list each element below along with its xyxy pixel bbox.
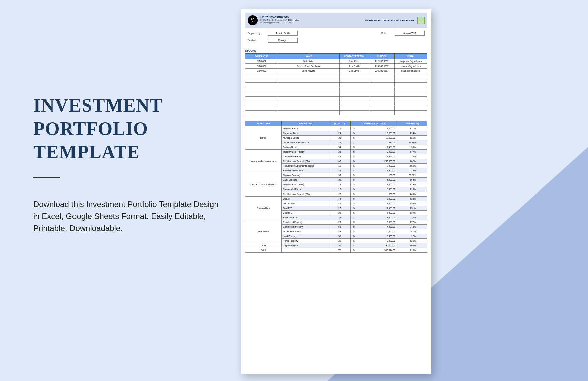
stocks-cell-empty [394, 111, 427, 115]
stocks-cell: secures@gmail.com [394, 64, 427, 69]
stocks-cell-empty [340, 73, 369, 78]
asset-value-cell: $8,000.00 [351, 239, 398, 243]
asset-type-cell: Cash and Cash Equivalents [245, 173, 282, 197]
stocks-cell-empty [245, 87, 278, 92]
asset-desc-cell: Land Property [282, 234, 329, 239]
asset-weight-cell: 4.40% [398, 192, 427, 197]
stocks-cell-empty [369, 83, 394, 87]
asset-desc-cell: Government Agency Bonds [282, 140, 329, 145]
asset-qty-cell: 23 [329, 150, 350, 154]
stocks-cell-empty [245, 106, 278, 111]
asset-value-cell: $500.00 [351, 192, 398, 197]
asset-qty-cell: 30 [329, 136, 350, 140]
asset-value-cell: $12,222.00 [351, 136, 398, 140]
date-value: 6-May-2023 [395, 31, 425, 36]
asset-desc-cell: Bank Deposits [282, 178, 329, 182]
stocks-cell: Zoe Davis [340, 69, 369, 73]
total-empty-cell [282, 248, 329, 253]
asset-desc-cell: Savings Bonds [282, 145, 329, 150]
stocks-cell-empty [278, 111, 340, 115]
asset-value-cell: $290,000.00 [351, 159, 398, 164]
stocks-cell-empty [394, 106, 427, 111]
page-description: Download this Investment Portfolio Templ… [33, 198, 220, 234]
stocks-cell: CID-0001 [245, 59, 278, 64]
stocks-cell-empty [278, 78, 340, 83]
asset-weight-cell: 0.29% [398, 182, 427, 187]
asset-qty-cell: 33 [329, 140, 350, 145]
stocks-cell-empty [369, 111, 394, 115]
stocks-cell-empty [369, 78, 394, 83]
prepared-by-label: Prepared by: [248, 32, 268, 34]
asset-weight-cell: 0.02% [398, 159, 427, 164]
asset-desc-cell: Physical Currency [282, 173, 329, 178]
stocks-cell: CID-0002 [245, 64, 278, 69]
asset-desc-cell: Treasury Bonds [282, 126, 329, 131]
company-name: Delta Investments [260, 15, 365, 19]
date-label: Date: [381, 32, 395, 34]
stocks-cell-empty [369, 87, 394, 92]
asset-qty-cell: 45 [329, 201, 350, 206]
asset-value-cell: $2,000.00 [351, 197, 398, 201]
stocks-cell-empty [369, 97, 394, 101]
stocks-cell-empty [278, 92, 340, 97]
meta-block: Prepared by: Jasmin Smith Position: Mana… [245, 28, 427, 48]
asset-qty-cell: 22 [329, 211, 350, 215]
asset-weight-cell: 1.40% [398, 225, 427, 229]
stocks-cell-empty [340, 97, 369, 101]
total-value-cell: $503,844.00 [351, 248, 398, 253]
asset-value-cell: $8,000.00 [351, 201, 398, 206]
stocks-cell: 222 333 6667 [369, 59, 394, 64]
asset-type-cell: Other [245, 243, 282, 248]
asset-weight-cell: 1.13% [398, 215, 427, 220]
stocks-cell-empty [369, 106, 394, 111]
position-label: Position: [248, 39, 268, 41]
asset-weight-cell: 33.00% [398, 173, 427, 178]
stocks-cell: 224 333 6667 [369, 69, 394, 73]
asset-value-cell: $222.00 [351, 140, 398, 145]
stocks-cell-empty [278, 106, 340, 111]
stocks-header-cell: CONTACT PERSON [340, 54, 369, 59]
stocks-cell: SwipeWire. [278, 59, 340, 64]
stocks-cell-empty [394, 83, 427, 87]
asset-qty-cell: 24 [329, 131, 350, 136]
stocks-cell-empty [369, 73, 394, 78]
asset-value-cell: $10,000.00 [351, 131, 398, 136]
asset-weight-cell: 1.28% [398, 154, 427, 159]
asset-value-cell: $6,000.00 [351, 229, 398, 234]
asset-desc-cell: Certificates of Deposit (CDs) [282, 159, 329, 164]
asset-desc-cell: Rental Property [282, 239, 329, 243]
asset-value-cell: $9,000.00 [351, 187, 398, 192]
assets-header-cell: ASSET TYPE [245, 121, 282, 126]
asset-weight-cell: 0.77% [398, 150, 427, 154]
asset-desc-cell: Banker's Acceptance [282, 168, 329, 173]
stocks-cell-empty [394, 73, 427, 78]
stocks-cell-empty [394, 78, 427, 83]
title-underline [33, 177, 60, 178]
assets-header-cell: DESCRIPTION [282, 121, 329, 126]
asset-weight-cell: 0.06% [398, 243, 427, 248]
assets-header-cell: CURRENCY VALUE ($) [351, 121, 398, 126]
asset-qty-cell: 23 [329, 220, 350, 225]
asset-type-cell: Bonds [245, 126, 282, 150]
sheets-badge-icon [417, 17, 425, 24]
asset-value-cell: $90,000.00 [351, 243, 398, 248]
assets-header-cell: WEIGHT (%) [398, 121, 427, 126]
stocks-header-cell: NUMBER [369, 54, 394, 59]
asset-weight-cell: 0.37% [398, 211, 427, 215]
asset-qty-cell: 50 [329, 243, 350, 248]
asset-value-cell: $12,000.00 [351, 126, 398, 131]
asset-value-cell: $2,456.00 [351, 145, 398, 150]
asset-qty-cell: 44 [329, 197, 350, 201]
asset-weight-cell: 1.12% [398, 234, 427, 239]
stocks-cell-empty [369, 92, 394, 97]
asset-qty-cell: 34 [329, 215, 350, 220]
stocks-cell-empty [340, 111, 369, 115]
asset-qty-cell: 12 [329, 187, 350, 192]
title-line-1: INVESTMENT [33, 95, 163, 116]
doc-header: LO GO Delta Investments 330 W. 34th St.,… [245, 13, 427, 28]
asset-desc-cell: Commercial Paper [282, 154, 329, 159]
stocks-cell-empty [394, 92, 427, 97]
stocks-cell-empty [394, 87, 427, 92]
asset-type-cell: Money Market Instruments [245, 150, 282, 173]
asset-desc-cell: Repurchase Agreements (Repos) [282, 164, 329, 168]
